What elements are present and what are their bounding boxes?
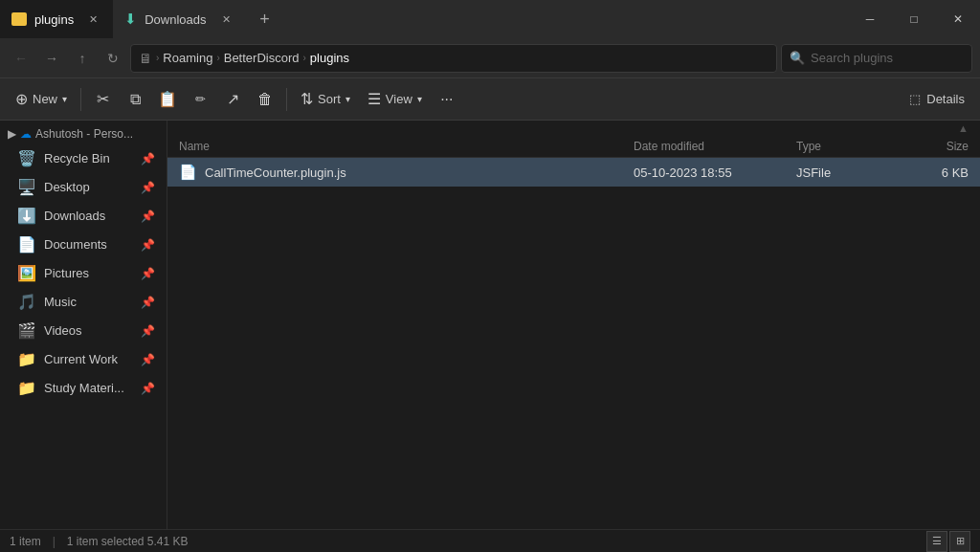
sidebar-item-desktop[interactable]: 🖥️ Desktop 📌	[4, 173, 163, 201]
sidebar-item-study-materials-label: Study Materi...	[44, 381, 124, 395]
title-bar: plugins ✕ ⬇ Downloads ✕ + ─ □ ✕	[0, 0, 980, 38]
back-button[interactable]: ←	[8, 45, 34, 72]
file-name-text: CallTimeCounter.plugin.js	[205, 166, 346, 180]
new-label: New	[33, 92, 57, 106]
tab-downloads-icon: ⬇	[124, 11, 137, 28]
documents-icon: 📄	[17, 235, 36, 254]
pictures-icon: 🖼️	[17, 264, 36, 282]
breadcrumb-sep2: ›	[302, 53, 305, 63]
item-count: 1 item	[10, 535, 41, 548]
new-chevron-icon: ▾	[62, 94, 67, 104]
toolbar-sep2	[286, 88, 287, 111]
grid-view-button[interactable]: ⊞	[949, 531, 970, 552]
status-bar: 1 item | 1 item selected 5.41 KB ☰ ⊞	[0, 529, 980, 552]
pin-icon-desktop: 📌	[141, 181, 155, 194]
forward-button[interactable]: →	[38, 45, 65, 72]
col-header-name[interactable]: Name	[179, 140, 634, 153]
details-button[interactable]: ⬚ Details	[902, 88, 972, 110]
maximize-button[interactable]: □	[892, 0, 936, 38]
tab-downloads[interactable]: ⬇ Downloads ✕	[113, 0, 245, 38]
sidebar-item-current-work[interactable]: 📁 Current Work 📌	[4, 345, 163, 373]
current-work-icon: 📁	[17, 350, 36, 368]
minimize-button[interactable]: ─	[848, 0, 892, 38]
quick-access-header[interactable]: ▶ ☁ Ashutosh - Perso...	[0, 124, 167, 144]
collapse-icon: ▶	[8, 127, 16, 141]
music-icon: 🎵	[17, 293, 36, 311]
videos-icon: 🎬	[17, 321, 36, 340]
sidebar-item-documents[interactable]: 📄 Documents 📌	[4, 231, 163, 258]
delete-button[interactable]: 🗑	[250, 84, 280, 115]
sidebar-item-documents-label: Documents	[44, 237, 107, 252]
onedrive-icon: ☁	[20, 127, 32, 141]
desktop-icon: 🖥️	[17, 178, 36, 196]
study-materials-icon: 📁	[17, 379, 36, 397]
sidebar-item-music[interactable]: 🎵 Music 📌	[4, 288, 163, 316]
sidebar-item-downloads[interactable]: ⬇️ Downloads 📌	[4, 202, 163, 230]
col-header-type[interactable]: Type	[796, 140, 892, 153]
sidebar: ▶ ☁ Ashutosh - Perso... 🗑️ Recycle Bin 📌…	[0, 121, 167, 529]
col-header-size[interactable]: Size	[892, 140, 969, 153]
sidebar-item-desktop-label: Desktop	[44, 180, 90, 194]
file-type: JSFile	[796, 166, 892, 180]
sidebar-item-pictures-label: Pictures	[44, 266, 89, 280]
breadcrumb-plugins[interactable]: plugins	[310, 51, 349, 65]
table-row[interactable]: 📄 CallTimeCounter.plugin.js 05-10-2023 1…	[167, 158, 980, 187]
view-icon: ☰	[368, 90, 381, 108]
view-button[interactable]: ☰ View ▾	[360, 84, 430, 115]
window-controls: ─ □ ✕	[848, 0, 980, 38]
recycle-bin-icon: 🗑️	[17, 149, 36, 167]
breadcrumb-roaming[interactable]: Roaming	[163, 51, 212, 65]
details-label: Details	[926, 92, 965, 106]
file-table-header: Name Date modified Type Size	[167, 136, 980, 158]
view-chevron-icon: ▾	[417, 94, 422, 104]
file-date: 05-10-2023 18:55	[634, 166, 796, 180]
breadcrumb-sep0: ›	[156, 53, 159, 63]
sidebar-item-study-materials[interactable]: 📁 Study Materi... 📌	[4, 374, 163, 402]
sidebar-item-pictures[interactable]: 🖼️ Pictures 📌	[4, 259, 163, 287]
toolbar: ⊕ New ▾ ✂ ⧉ 📋 ✏ ↗ 🗑 ⇅ Sort ▾ ☰ View ▾ ··…	[0, 78, 980, 121]
search-box[interactable]: 🔍 Search plugins	[781, 44, 972, 73]
view-toggle-buttons: ☰ ⊞	[926, 531, 970, 552]
new-tab-button[interactable]: +	[250, 4, 280, 34]
tab-plugins-close[interactable]: ✕	[85, 11, 101, 28]
downloads-icon: ⬇️	[17, 207, 36, 225]
share-button[interactable]: ↗	[217, 84, 248, 115]
view-label: View	[386, 92, 412, 106]
paste-button[interactable]: 📋	[152, 84, 183, 115]
new-button[interactable]: ⊕ New ▾	[8, 84, 75, 115]
sidebar-item-videos[interactable]: 🎬 Videos 📌	[4, 317, 163, 344]
tab-plugins-folder-icon	[11, 12, 27, 26]
tab-plugins-label: plugins	[34, 12, 74, 27]
sort-button[interactable]: ⇅ Sort ▾	[293, 84, 358, 115]
breadcrumb-sep1: ›	[216, 53, 219, 63]
more-options-button[interactable]: ···	[432, 84, 462, 115]
copy-button[interactable]: ⧉	[120, 84, 150, 115]
tab-downloads-close[interactable]: ✕	[218, 11, 234, 28]
breadcrumb-betterdiscord[interactable]: BetterDiscord	[224, 51, 300, 65]
details-view-button[interactable]: ☰	[926, 531, 947, 552]
close-button[interactable]: ✕	[936, 0, 980, 38]
quick-access-label: Ashutosh - Perso...	[35, 127, 133, 141]
sidebar-item-recycle-bin[interactable]: 🗑️ Recycle Bin 📌	[4, 144, 163, 172]
selected-info: 1 item selected 5.41 KB	[67, 535, 189, 548]
main-content: ▶ ☁ Ashutosh - Perso... 🗑️ Recycle Bin 📌…	[0, 121, 980, 529]
pin-icon-current-work: 📌	[141, 353, 155, 366]
pin-icon-study-materials: 📌	[141, 382, 155, 395]
pin-icon-music: 📌	[141, 296, 155, 309]
up-button[interactable]: ↑	[69, 45, 96, 72]
col-header-date[interactable]: Date modified	[634, 140, 796, 153]
breadcrumb[interactable]: 🖥 › Roaming › BetterDiscord › plugins	[130, 44, 777, 73]
pin-icon-recycle-bin: 📌	[141, 152, 155, 166]
rename-button[interactable]: ✏	[185, 84, 215, 115]
tab-plugins[interactable]: plugins ✕	[0, 0, 113, 38]
status-sep: |	[53, 535, 56, 548]
sidebar-item-recycle-bin-label: Recycle Bin	[44, 151, 110, 166]
file-area: ▲ Name Date modified Type Size 📄 CallTim…	[167, 121, 980, 529]
search-placeholder: Search plugins	[811, 51, 893, 65]
quick-access-section: ▶ ☁ Ashutosh - Perso... 🗑️ Recycle Bin 📌…	[0, 124, 167, 402]
refresh-button[interactable]: ↻	[100, 45, 126, 72]
sort-label: Sort	[318, 92, 341, 106]
pin-icon-downloads: 📌	[141, 210, 155, 223]
details-icon: ⬚	[909, 92, 921, 106]
cut-button[interactable]: ✂	[87, 84, 118, 115]
